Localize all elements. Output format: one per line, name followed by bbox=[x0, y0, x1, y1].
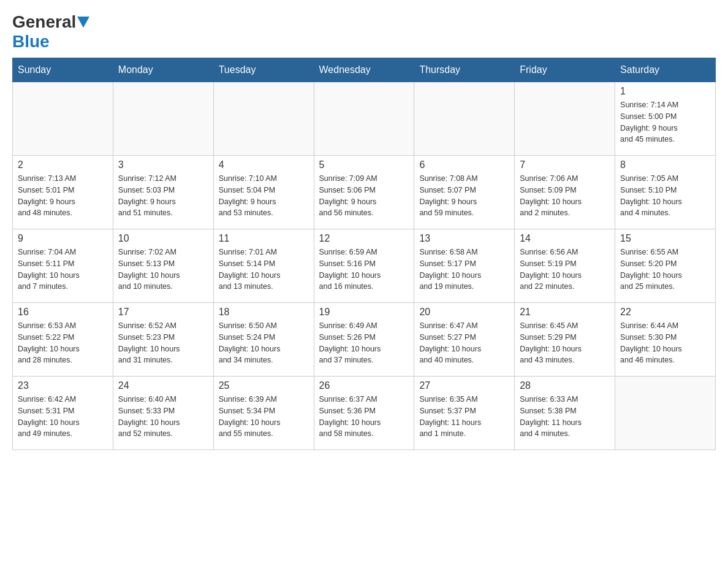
calendar-cell-3-1: 17Sunrise: 6:52 AM Sunset: 5:23 PM Dayli… bbox=[113, 303, 213, 377]
calendar-cell-3-4: 20Sunrise: 6:47 AM Sunset: 5:27 PM Dayli… bbox=[414, 303, 515, 377]
day-number: 16 bbox=[18, 307, 108, 318]
calendar-cell-4-2: 25Sunrise: 6:39 AM Sunset: 5:34 PM Dayli… bbox=[213, 377, 314, 450]
day-number: 20 bbox=[419, 307, 509, 318]
weekday-header-thursday: Thursday bbox=[414, 58, 515, 82]
weekday-header-tuesday: Tuesday bbox=[213, 58, 314, 82]
weekday-header-friday: Friday bbox=[515, 58, 615, 82]
day-number: 9 bbox=[18, 233, 108, 244]
day-info: Sunrise: 7:01 AM Sunset: 5:14 PM Dayligh… bbox=[219, 247, 309, 293]
day-info: Sunrise: 6:45 AM Sunset: 5:29 PM Dayligh… bbox=[520, 320, 610, 366]
calendar-cell-1-4: 6Sunrise: 7:08 AM Sunset: 5:07 PM Daylig… bbox=[414, 156, 515, 229]
day-info: Sunrise: 6:33 AM Sunset: 5:38 PM Dayligh… bbox=[520, 394, 610, 440]
day-number: 23 bbox=[18, 380, 108, 391]
day-info: Sunrise: 7:09 AM Sunset: 5:06 PM Dayligh… bbox=[319, 173, 409, 219]
logo-general-text: General bbox=[12, 12, 76, 32]
calendar-cell-0-0 bbox=[13, 82, 113, 156]
calendar-cell-2-6: 15Sunrise: 6:55 AM Sunset: 5:20 PM Dayli… bbox=[615, 229, 716, 303]
day-number: 17 bbox=[118, 307, 208, 318]
day-info: Sunrise: 6:37 AM Sunset: 5:36 PM Dayligh… bbox=[319, 394, 409, 440]
day-info: Sunrise: 7:14 AM Sunset: 5:00 PM Dayligh… bbox=[620, 99, 710, 145]
calendar-body: 1Sunrise: 7:14 AM Sunset: 5:00 PM Daylig… bbox=[13, 82, 716, 450]
calendar-cell-2-2: 11Sunrise: 7:01 AM Sunset: 5:14 PM Dayli… bbox=[213, 229, 314, 303]
day-number: 15 bbox=[620, 233, 710, 244]
day-number: 19 bbox=[319, 307, 409, 318]
calendar-cell-3-2: 18Sunrise: 6:50 AM Sunset: 5:24 PM Dayli… bbox=[213, 303, 314, 377]
calendar-cell-0-1 bbox=[113, 82, 213, 156]
day-number: 28 bbox=[520, 380, 610, 391]
day-number: 12 bbox=[319, 233, 409, 244]
day-info: Sunrise: 6:53 AM Sunset: 5:22 PM Dayligh… bbox=[18, 320, 108, 366]
day-info: Sunrise: 6:49 AM Sunset: 5:26 PM Dayligh… bbox=[319, 320, 409, 366]
day-info: Sunrise: 6:58 AM Sunset: 5:17 PM Dayligh… bbox=[419, 247, 509, 293]
calendar-cell-3-5: 21Sunrise: 6:45 AM Sunset: 5:29 PM Dayli… bbox=[515, 303, 615, 377]
day-info: Sunrise: 7:10 AM Sunset: 5:04 PM Dayligh… bbox=[219, 173, 309, 219]
day-info: Sunrise: 6:35 AM Sunset: 5:37 PM Dayligh… bbox=[419, 394, 509, 440]
day-number: 27 bbox=[419, 380, 509, 391]
day-number: 11 bbox=[219, 233, 309, 244]
day-number: 22 bbox=[620, 307, 710, 318]
day-info: Sunrise: 7:04 AM Sunset: 5:11 PM Dayligh… bbox=[18, 247, 108, 293]
weekday-header-row: SundayMondayTuesdayWednesdayThursdayFrid… bbox=[13, 58, 716, 82]
logo-triangle-icon bbox=[77, 17, 89, 28]
day-number: 14 bbox=[520, 233, 610, 244]
day-info: Sunrise: 6:39 AM Sunset: 5:34 PM Dayligh… bbox=[219, 394, 309, 440]
day-number: 1 bbox=[620, 86, 710, 97]
day-number: 13 bbox=[419, 233, 509, 244]
day-number: 10 bbox=[118, 233, 208, 244]
header: General Blue bbox=[12, 12, 716, 52]
day-info: Sunrise: 7:06 AM Sunset: 5:09 PM Dayligh… bbox=[520, 173, 610, 219]
calendar-cell-1-3: 5Sunrise: 7:09 AM Sunset: 5:06 PM Daylig… bbox=[314, 156, 414, 229]
day-number: 6 bbox=[419, 159, 509, 170]
week-row-3: 9Sunrise: 7:04 AM Sunset: 5:11 PM Daylig… bbox=[13, 229, 716, 303]
day-number: 18 bbox=[219, 307, 309, 318]
calendar-cell-4-1: 24Sunrise: 6:40 AM Sunset: 5:33 PM Dayli… bbox=[113, 377, 213, 450]
day-number: 21 bbox=[520, 307, 610, 318]
calendar-cell-1-6: 8Sunrise: 7:05 AM Sunset: 5:10 PM Daylig… bbox=[615, 156, 716, 229]
calendar-cell-4-5: 28Sunrise: 6:33 AM Sunset: 5:38 PM Dayli… bbox=[515, 377, 615, 450]
week-row-5: 23Sunrise: 6:42 AM Sunset: 5:31 PM Dayli… bbox=[13, 377, 716, 450]
calendar-cell-2-1: 10Sunrise: 7:02 AM Sunset: 5:13 PM Dayli… bbox=[113, 229, 213, 303]
calendar-cell-4-4: 27Sunrise: 6:35 AM Sunset: 5:37 PM Dayli… bbox=[414, 377, 515, 450]
day-info: Sunrise: 6:47 AM Sunset: 5:27 PM Dayligh… bbox=[419, 320, 509, 366]
calendar-cell-2-3: 12Sunrise: 6:59 AM Sunset: 5:16 PM Dayli… bbox=[314, 229, 414, 303]
day-number: 8 bbox=[620, 159, 710, 170]
day-info: Sunrise: 6:42 AM Sunset: 5:31 PM Dayligh… bbox=[18, 394, 108, 440]
day-info: Sunrise: 6:50 AM Sunset: 5:24 PM Dayligh… bbox=[219, 320, 309, 366]
day-number: 24 bbox=[118, 380, 208, 391]
week-row-2: 2Sunrise: 7:13 AM Sunset: 5:01 PM Daylig… bbox=[13, 156, 716, 229]
day-info: Sunrise: 6:52 AM Sunset: 5:23 PM Dayligh… bbox=[118, 320, 208, 366]
weekday-header-saturday: Saturday bbox=[615, 58, 716, 82]
day-number: 26 bbox=[319, 380, 409, 391]
calendar-cell-1-1: 3Sunrise: 7:12 AM Sunset: 5:03 PM Daylig… bbox=[113, 156, 213, 229]
day-number: 4 bbox=[219, 159, 309, 170]
calendar-table: SundayMondayTuesdayWednesdayThursdayFrid… bbox=[12, 58, 716, 450]
day-number: 25 bbox=[219, 380, 309, 391]
calendar-cell-2-4: 13Sunrise: 6:58 AM Sunset: 5:17 PM Dayli… bbox=[414, 229, 515, 303]
calendar-cell-2-5: 14Sunrise: 6:56 AM Sunset: 5:19 PM Dayli… bbox=[515, 229, 615, 303]
week-row-1: 1Sunrise: 7:14 AM Sunset: 5:00 PM Daylig… bbox=[13, 82, 716, 156]
day-info: Sunrise: 6:56 AM Sunset: 5:19 PM Dayligh… bbox=[520, 247, 610, 293]
calendar-cell-4-0: 23Sunrise: 6:42 AM Sunset: 5:31 PM Dayli… bbox=[13, 377, 113, 450]
day-info: Sunrise: 6:44 AM Sunset: 5:30 PM Dayligh… bbox=[620, 320, 710, 366]
calendar-cell-3-6: 22Sunrise: 6:44 AM Sunset: 5:30 PM Dayli… bbox=[615, 303, 716, 377]
calendar-cell-0-3 bbox=[314, 82, 414, 156]
day-info: Sunrise: 7:13 AM Sunset: 5:01 PM Dayligh… bbox=[18, 173, 108, 219]
weekday-header-wednesday: Wednesday bbox=[314, 58, 414, 82]
day-number: 5 bbox=[319, 159, 409, 170]
day-number: 2 bbox=[18, 159, 108, 170]
day-number: 3 bbox=[118, 159, 208, 170]
logo-blue-text: Blue bbox=[12, 32, 50, 51]
calendar-cell-1-2: 4Sunrise: 7:10 AM Sunset: 5:04 PM Daylig… bbox=[213, 156, 314, 229]
week-row-4: 16Sunrise: 6:53 AM Sunset: 5:22 PM Dayli… bbox=[13, 303, 716, 377]
logo: General Blue bbox=[12, 12, 91, 52]
calendar-cell-0-6: 1Sunrise: 7:14 AM Sunset: 5:00 PM Daylig… bbox=[615, 82, 716, 156]
day-info: Sunrise: 6:59 AM Sunset: 5:16 PM Dayligh… bbox=[319, 247, 409, 293]
calendar-cell-1-0: 2Sunrise: 7:13 AM Sunset: 5:01 PM Daylig… bbox=[13, 156, 113, 229]
weekday-header-monday: Monday bbox=[113, 58, 213, 82]
day-info: Sunrise: 6:55 AM Sunset: 5:20 PM Dayligh… bbox=[620, 247, 710, 293]
day-info: Sunrise: 7:05 AM Sunset: 5:10 PM Dayligh… bbox=[620, 173, 710, 219]
calendar-cell-0-5 bbox=[515, 82, 615, 156]
calendar-cell-3-3: 19Sunrise: 6:49 AM Sunset: 5:26 PM Dayli… bbox=[314, 303, 414, 377]
weekday-header-sunday: Sunday bbox=[13, 58, 113, 82]
day-info: Sunrise: 7:02 AM Sunset: 5:13 PM Dayligh… bbox=[118, 247, 208, 293]
